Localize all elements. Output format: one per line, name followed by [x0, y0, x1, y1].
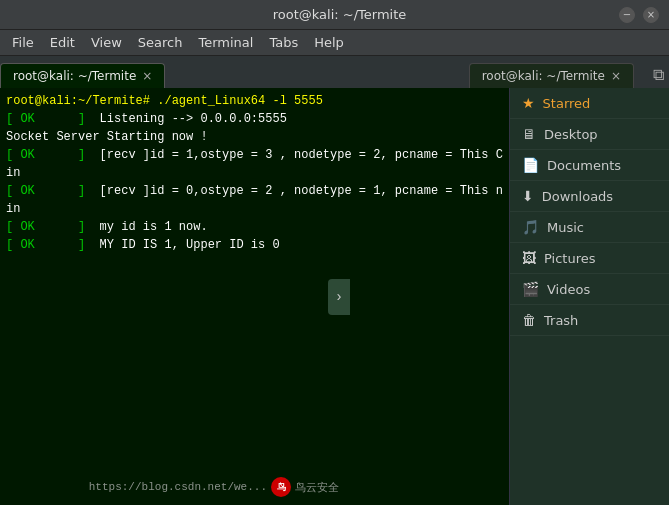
file-panel-item-trash[interactable]: 🗑Trash	[510, 305, 669, 336]
menu-bar: FileEditViewSearchTerminalTabsHelp	[0, 30, 669, 56]
tab-0-close[interactable]: ×	[142, 69, 152, 83]
title-bar-title: root@kali: ~/Termite	[60, 7, 619, 22]
documents-icon: 📄	[522, 157, 539, 173]
menu-item-edit[interactable]: Edit	[42, 33, 83, 52]
terminal-line-0: root@kali:~/Termite# ./agent_Linux64 -l …	[6, 92, 503, 110]
file-panel: ★Starred🖥Desktop📄Documents⬇Downloads🎵Mus…	[509, 88, 669, 505]
desktop-icon: 🖥	[522, 126, 536, 142]
content-area: root@kali:~/Termite# ./agent_Linux64 -l …	[0, 88, 669, 505]
menu-item-file[interactable]: File	[4, 33, 42, 52]
trash-icon: 🗑	[522, 312, 536, 328]
desktop-label: Desktop	[544, 127, 598, 142]
footer-logo: 鸟	[271, 477, 291, 497]
file-panel-item-starred[interactable]: ★Starred	[510, 88, 669, 119]
music-icon: 🎵	[522, 219, 539, 235]
tab-1-close[interactable]: ×	[611, 69, 621, 83]
terminal-line-7: [ OK ] my id is 1 now.	[6, 218, 503, 236]
minimize-button[interactable]: −	[619, 7, 635, 23]
file-panel-item-pictures[interactable]: 🖼Pictures	[510, 243, 669, 274]
tab-1-label: root@kali: ~/Termite	[482, 69, 605, 83]
starred-icon: ★	[522, 95, 535, 111]
tab-new-button[interactable]: ⧉	[653, 65, 664, 84]
footer-brand: 鸟云安全	[295, 480, 339, 495]
downloads-label: Downloads	[542, 189, 613, 204]
terminal-line-8: [ OK ] MY ID IS 1, Upper ID is 0	[6, 236, 503, 254]
footer: https://blog.csdn.net/we... 鸟 鸟云安全	[89, 477, 339, 497]
title-bar: root@kali: ~/Termite − ×	[0, 0, 669, 30]
pictures-icon: 🖼	[522, 250, 536, 266]
starred-label: Starred	[543, 96, 591, 111]
tab-0[interactable]: root@kali: ~/Termite ×	[0, 63, 165, 88]
music-label: Music	[547, 220, 584, 235]
title-bar-controls: − ×	[619, 7, 659, 23]
terminal-line-5: [ OK ] [recv ]id = 0,ostype = 2 , nodety…	[6, 182, 503, 200]
footer-url: https://blog.csdn.net/we...	[89, 481, 267, 493]
tab-1[interactable]: root@kali: ~/Termite ×	[469, 63, 634, 88]
documents-label: Documents	[547, 158, 621, 173]
tab-bar-right: root@kali: ~/Termite ×	[469, 63, 634, 88]
downloads-icon: ⬇	[522, 188, 534, 204]
terminal-line-6: in	[6, 200, 503, 218]
menu-item-tabs[interactable]: Tabs	[261, 33, 306, 52]
menu-item-terminal[interactable]: Terminal	[190, 33, 261, 52]
menu-item-search[interactable]: Search	[130, 33, 191, 52]
terminal-line-4: in	[6, 164, 503, 182]
file-panel-item-music[interactable]: 🎵Music	[510, 212, 669, 243]
pictures-label: Pictures	[544, 251, 595, 266]
file-panel-item-desktop[interactable]: 🖥Desktop	[510, 119, 669, 150]
terminal-line-3: [ OK ] [recv ]id = 1,ostype = 3 , nodety…	[6, 146, 503, 164]
trash-label: Trash	[544, 313, 578, 328]
menu-item-view[interactable]: View	[83, 33, 130, 52]
file-panel-item-videos[interactable]: 🎬Videos	[510, 274, 669, 305]
tab-bar: root@kali: ~/Termite × root@kali: ~/Term…	[0, 56, 669, 88]
menu-item-help[interactable]: Help	[306, 33, 352, 52]
terminal-line-1: [ OK ] Listening --> 0.0.0.0:5555	[6, 110, 503, 128]
file-panel-item-downloads[interactable]: ⬇Downloads	[510, 181, 669, 212]
terminal-line-2: Socket Server Starting now !	[6, 128, 503, 146]
terminal[interactable]: root@kali:~/Termite# ./agent_Linux64 -l …	[0, 88, 509, 505]
close-button[interactable]: ×	[643, 7, 659, 23]
expand-panel-button[interactable]: ›	[328, 279, 350, 315]
videos-icon: 🎬	[522, 281, 539, 297]
videos-label: Videos	[547, 282, 590, 297]
file-panel-item-documents[interactable]: 📄Documents	[510, 150, 669, 181]
tab-0-label: root@kali: ~/Termite	[13, 69, 136, 83]
